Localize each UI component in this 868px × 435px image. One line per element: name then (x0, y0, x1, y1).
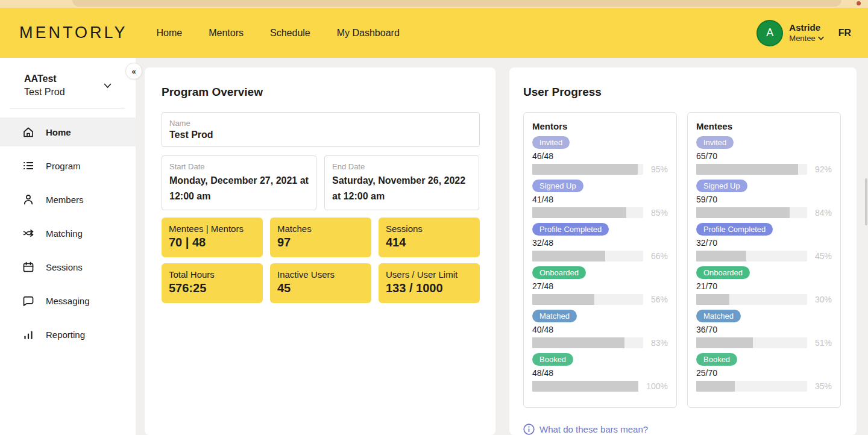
app-logo[interactable]: MENTORLY (19, 23, 128, 42)
stat-card-sessions: Sessions414 (379, 218, 480, 257)
sidebar-item-reporting[interactable]: Reporting (0, 320, 136, 349)
chevron-down-icon (104, 83, 112, 89)
stat-card-total-hours: Total Hours576:25 (162, 263, 263, 303)
sidebar-item-matching[interactable]: Matching (0, 219, 136, 248)
stat-value: 97 (277, 236, 364, 249)
role-dropdown[interactable]: Mentee (789, 34, 823, 43)
end-date-value: Saturday, November 26, 2022 at 12:00 am (332, 173, 471, 204)
avatar[interactable]: A (756, 20, 783, 46)
sidebar: AATest Test Prod HomeProgramMembersMatch… (0, 58, 136, 435)
bars-help-link[interactable]: What do these bars mean? (523, 424, 842, 435)
end-date-label: End Date (332, 162, 471, 171)
name-field-value: Test Prod (169, 130, 472, 140)
progress-bar (696, 207, 807, 218)
stage-count: 25/70 (696, 368, 832, 378)
stat-card-mentees-mentors: Mentees | Mentors70 | 48 (162, 218, 263, 257)
progress-percent: 100% (646, 381, 668, 391)
language-toggle[interactable]: FR (838, 28, 851, 39)
progress-percent: 92% (815, 164, 832, 174)
stage-row-booked: Booked25/7035% (696, 353, 832, 392)
progress-bar-fill (532, 294, 594, 305)
user-progress-title: User Progress (523, 86, 842, 99)
stat-label: Mentees | Mentors (169, 224, 256, 234)
progress-bar-fill (696, 251, 746, 261)
progress-percent: 85% (651, 208, 668, 218)
sidebar-item-label: Members (46, 195, 84, 205)
progress-groups: MentorsInvited46/4895%Signed Up41/4885%P… (523, 112, 842, 408)
progress-bar (532, 294, 643, 305)
chevron-down-icon (818, 36, 824, 40)
stage-badge: Matched (532, 310, 577, 322)
stage-row-booked: Booked48/48100% (532, 353, 668, 392)
name-field-label: Name (169, 119, 472, 128)
stage-badge: Booked (532, 353, 573, 366)
nav-link-home[interactable]: Home (157, 28, 183, 39)
stats-grid: Mentees | Mentors70 | 48Matches97Session… (162, 218, 480, 303)
progress-percent: 84% (815, 208, 832, 218)
program-switcher[interactable]: AATest Test Prod (0, 58, 136, 108)
nav-link-mentors[interactable]: Mentors (209, 28, 244, 39)
program-name: Test Prod (24, 87, 65, 98)
stage-count: 32/70 (696, 238, 832, 248)
user-area: A Astride Mentee FR (756, 20, 851, 46)
stage-badge: Onboarded (696, 266, 750, 279)
stage-row-signed-up: Signed Up41/4885% (532, 180, 668, 218)
progress-bar (532, 337, 643, 348)
stage-row-matched: Matched40/4883% (532, 310, 668, 348)
name-field: Name Test Prod (162, 112, 480, 147)
divider (10, 108, 125, 109)
browser-chrome (0, 0, 868, 8)
address-bar-bottom (72, 0, 841, 7)
progress-percent: 45% (815, 251, 832, 261)
sidebar-item-sessions[interactable]: Sessions (0, 252, 136, 281)
stage-badge: Profile Completed (532, 223, 609, 236)
sidebar-item-program[interactable]: Program (0, 151, 136, 180)
info-icon (523, 424, 535, 435)
sidebar-item-home[interactable]: Home (0, 117, 136, 146)
sidebar-item-messaging[interactable]: Messaging (0, 286, 136, 315)
home-icon (22, 125, 35, 139)
stage-count: 40/48 (532, 325, 668, 334)
calendar-icon (22, 260, 35, 274)
stat-card-matches: Matches97 (270, 218, 371, 257)
nav-link-schedule[interactable]: Schedule (270, 28, 310, 39)
nav-link-my-dashboard[interactable]: My Dashboard (337, 28, 400, 39)
stage-row-profile-completed: Profile Completed32/7045% (696, 223, 832, 261)
sidebar-item-label: Reporting (46, 330, 85, 340)
role-label: Mentee (789, 34, 815, 43)
end-date-field: End Date Saturday, November 26, 2022 at … (324, 155, 479, 210)
stage-badge: Matched (696, 310, 741, 322)
sidebar-item-label: Home (46, 127, 71, 137)
stage-count: 46/48 (532, 151, 668, 161)
sidebar-item-members[interactable]: Members (0, 185, 136, 214)
progress-bar (696, 251, 807, 261)
stat-value: 576:25 (169, 281, 256, 295)
stage-count: 36/70 (696, 325, 832, 334)
stage-count: 48/48 (532, 368, 668, 378)
person-icon (22, 193, 35, 206)
progress-group-title: Mentees (696, 121, 832, 131)
stat-value: 70 | 48 (169, 236, 256, 249)
scrollbar[interactable] (865, 178, 867, 225)
stat-label: Inactive Users (277, 269, 364, 280)
sidebar-item-label: Messaging (46, 296, 90, 306)
progress-bar (696, 381, 807, 392)
bar-chart-icon (22, 328, 35, 341)
stage-count: 27/48 (532, 281, 668, 291)
progress-percent: 56% (651, 295, 668, 304)
main-nav: HomeMentorsScheduleMy Dashboard (157, 28, 400, 39)
progress-group-mentors: MentorsInvited46/4895%Signed Up41/4885%P… (523, 112, 677, 408)
user-name: Astride (789, 22, 823, 34)
progress-bar-fill (532, 251, 605, 261)
sidebar-item-label: Matching (46, 228, 83, 239)
progress-bar (532, 207, 643, 218)
stage-row-onboarded: Onboarded21/7030% (696, 266, 832, 305)
stat-value: 414 (386, 236, 473, 249)
progress-percent: 51% (815, 338, 832, 348)
progress-bar-fill (696, 381, 735, 392)
stage-badge: Signed Up (532, 180, 583, 192)
progress-bar (532, 381, 638, 392)
sidebar-item-label: Program (46, 161, 81, 171)
sidebar-collapse-button[interactable]: « (125, 63, 142, 80)
org-name: AATest (24, 74, 65, 84)
